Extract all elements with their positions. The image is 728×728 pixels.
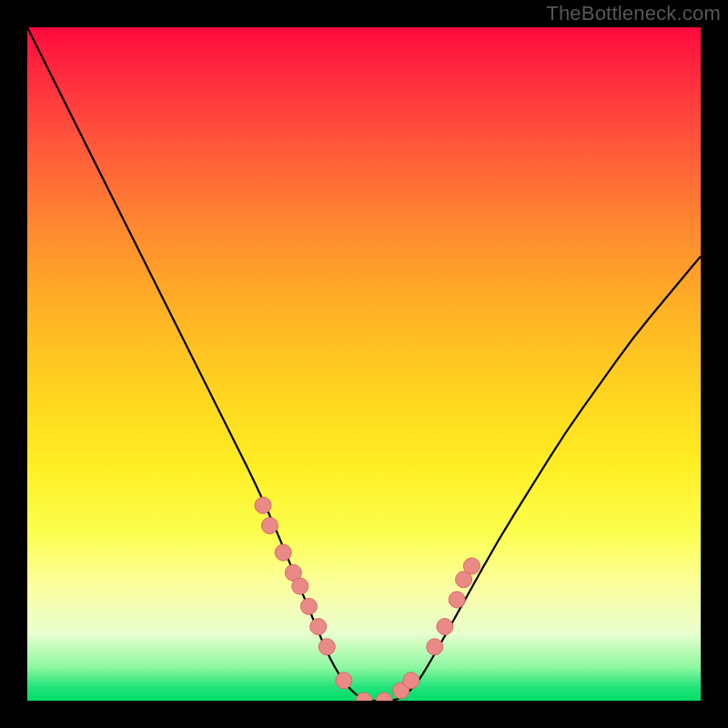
marker-point [255, 497, 271, 513]
marker-point [403, 672, 420, 689]
marker-point [336, 672, 352, 689]
marker-point [310, 619, 327, 635]
chart-frame: TheBottleneck.com [0, 0, 728, 728]
marker-point [261, 518, 278, 534]
marker-point [318, 639, 335, 655]
marker-group [255, 497, 480, 701]
marker-point [275, 544, 291, 561]
chart-plot-area [27, 27, 701, 701]
marker-point [463, 558, 480, 574]
marker-point [300, 598, 317, 614]
marker-point [292, 578, 308, 594]
watermark-text: TheBottleneck.com [546, 2, 721, 25]
marker-point [449, 592, 465, 608]
chart-svg [27, 27, 701, 701]
marker-point [437, 619, 453, 635]
marker-point [427, 639, 443, 655]
marker-point [356, 693, 372, 701]
marker-point [376, 693, 392, 701]
curve-path [27, 27, 701, 701]
